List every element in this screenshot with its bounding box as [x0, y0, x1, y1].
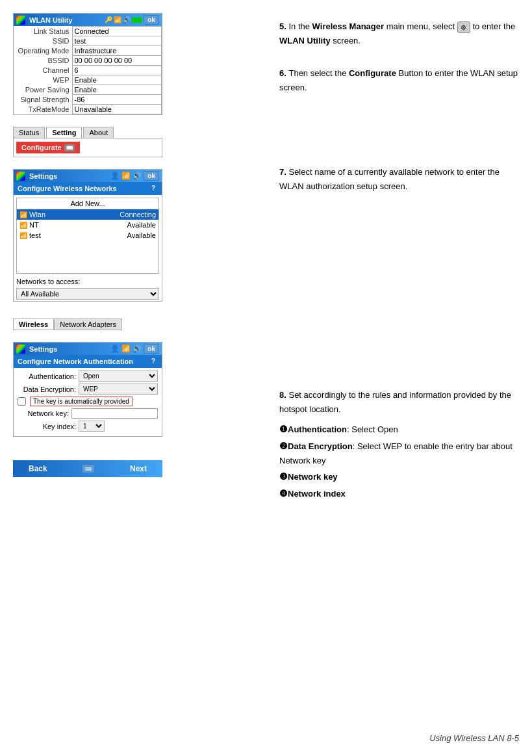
- tab-network-adapters[interactable]: Network Adapters: [54, 319, 122, 330]
- wlan-ok-button[interactable]: ok: [144, 15, 159, 25]
- wireless-tabs: Wireless Network Adapters: [13, 319, 162, 330]
- configure-auth-label: Configure Network Authentication: [18, 358, 133, 365]
- speaker-icon: 🔊: [123, 16, 131, 23]
- step-8-bullets: ❶Authentication: Select Open ❷Data Encry…: [279, 422, 526, 502]
- next-button[interactable]: Next: [125, 463, 152, 475]
- auto-key-checkbox[interactable]: [18, 397, 26, 406]
- auth-panel: Settings 👤 📶 🔊 ok Configure Network Auth…: [13, 342, 162, 437]
- windows-logo-icon-3: [16, 345, 25, 354]
- windows-logo-icon-2: [16, 172, 25, 181]
- authentication-select[interactable]: Open Shared WPA WPA-PSK: [79, 371, 158, 382]
- left-column: WLAN Utility 🔑 📶 🔊 ok Link Status Connec…: [13, 13, 266, 516]
- networks-to-access-dropdown[interactable]: All Available Access Points Only Compute…: [16, 288, 159, 300]
- settings-panel-1: Settings 👤 📶 🔊 ok Configure Wireless Net…: [13, 169, 162, 302]
- configure-wireless-header: Configure Wireless Networks ?: [14, 182, 162, 195]
- networks-to-access-label: Networks to access:: [14, 276, 162, 287]
- tab-about[interactable]: About: [83, 127, 114, 138]
- network-key-row: Network key:: [18, 408, 158, 419]
- network-row-nt[interactable]: 📶 NT Available: [17, 220, 158, 230]
- field-label: Channel: [14, 66, 72, 75]
- auto-key-label: The key is automatically provided: [30, 397, 133, 406]
- settings-speaker-icon: 🔊: [133, 172, 142, 180]
- footer-text: Using Wireless LAN 8-5: [429, 733, 519, 743]
- tab-wireless[interactable]: Wireless: [13, 319, 54, 330]
- step-5-text: 5. In the Wireless Manager main menu, se…: [279, 20, 526, 48]
- configurate-label: Configurate: [21, 144, 62, 151]
- bullet-num-3: ❸: [279, 471, 288, 482]
- tab-setting[interactable]: Setting: [46, 127, 82, 138]
- field-label: Power Saving: [14, 85, 72, 95]
- network-status-nt: Available: [127, 221, 156, 229]
- configurate-bold: Configurate: [349, 68, 396, 78]
- network-status-test: Available: [127, 231, 156, 239]
- step-6-block: 6. Then select the Configurate Button to…: [279, 66, 526, 100]
- signal-icon: 🔑: [105, 16, 112, 23]
- settings-titlebar-1: Settings 👤 📶 🔊 ok: [14, 170, 162, 182]
- table-row: Power Saving Enable: [14, 85, 162, 95]
- configurate-button[interactable]: Configurate ⌨: [16, 142, 80, 153]
- field-label: WEP: [14, 75, 72, 85]
- antenna-icon: 📶: [114, 16, 121, 23]
- step-6-number: 6.: [279, 68, 288, 78]
- add-new-label: Add New...: [70, 200, 105, 207]
- network-row-wlan[interactable]: 📶 Wlan Connecting: [17, 209, 158, 220]
- network-row-left: 📶 Wlan: [19, 211, 45, 218]
- settings-icon-1: 👤: [110, 172, 120, 180]
- network-status-wlan: Connecting: [120, 211, 156, 218]
- wlan-titlebar-left: WLAN Utility: [16, 16, 73, 25]
- bullet-num-4: ❹: [279, 488, 288, 499]
- table-row: BSSID 00 00 00 00 00 00: [14, 56, 162, 66]
- tab-status[interactable]: Status: [13, 127, 45, 138]
- back-button[interactable]: Back: [23, 463, 53, 475]
- field-value: -86: [72, 95, 162, 105]
- field-label: SSID: [14, 36, 72, 46]
- field-value: test: [72, 36, 162, 46]
- network-row-test[interactable]: 📶 test Available: [17, 230, 158, 241]
- network-list: Add New... 📶 Wlan Connecting 📶 NT Availa…: [16, 198, 159, 274]
- step-5-number: 5.: [279, 21, 288, 31]
- encryption-row: Data Encryption: WEP TKIP AES Disabled: [18, 384, 158, 395]
- settings-speaker-icon-2: 🔊: [133, 345, 142, 353]
- network-name-wlan: Wlan: [29, 211, 45, 218]
- settings-title-1: Settings: [29, 172, 57, 180]
- key-index-select[interactable]: 1 2 3 4: [79, 421, 105, 432]
- settings-ok-button-2[interactable]: ok: [144, 344, 159, 354]
- authentication-row: Authentication: Open Shared WPA WPA-PSK: [18, 371, 158, 382]
- step-6-text: 6. Then select the Configurate Button to…: [279, 66, 526, 95]
- field-label: Operating Mode: [14, 46, 72, 56]
- network-key-input[interactable]: [71, 408, 158, 419]
- settings-ok-button-1[interactable]: ok: [144, 171, 159, 181]
- field-value: Connected: [72, 27, 162, 36]
- bullet-3: ❸Network key: [279, 469, 526, 485]
- step-7-block: 7. Select name of a currently available …: [279, 165, 526, 199]
- signal-bar: [132, 18, 142, 23]
- network-name-test: test: [29, 231, 41, 239]
- field-value: Enable: [72, 85, 162, 95]
- wifi-icon-nt: 📶: [19, 222, 27, 229]
- wlan-titlebar: WLAN Utility 🔑 📶 🔊 ok: [14, 14, 162, 26]
- settings-antenna-icon-2: 📶: [121, 345, 131, 353]
- bullet-1: ❶Authentication: Select Open: [279, 422, 526, 437]
- wlan-utility-panel: WLAN Utility 🔑 📶 🔊 ok Link Status Connec…: [13, 13, 162, 115]
- field-label: Link Status: [14, 27, 72, 36]
- encryption-select[interactable]: WEP TKIP AES Disabled: [79, 384, 158, 395]
- table-row: WEP Enable: [14, 75, 162, 85]
- settings-titlebar-2: Settings 👤 📶 🔊 ok: [14, 343, 162, 355]
- wlan-info-table: Link Status Connected SSID test Operatin…: [14, 26, 162, 114]
- nav-keyboard-icon: ⌨: [82, 464, 95, 473]
- settings-icon-2: 👤: [110, 345, 120, 353]
- table-row: Channel 6: [14, 66, 162, 75]
- bullet-num-1: ❶: [279, 424, 288, 434]
- network-row-left-nt: 📶 NT: [19, 221, 39, 229]
- wifi-icon-wlan: 📶: [19, 211, 27, 218]
- key-index-row: Key index: 1 2 3 4: [18, 421, 158, 432]
- settings-antenna-icon: 📶: [121, 172, 131, 180]
- network-key-label: Network key:: [18, 410, 69, 417]
- step-8-number: 8.: [279, 390, 288, 400]
- data-enc-bold: Data Encryption: [288, 441, 353, 451]
- table-row: Signal Strength -86: [14, 95, 162, 105]
- add-new-row: Add New...: [17, 198, 158, 209]
- encryption-label: Data Encryption:: [18, 385, 76, 393]
- table-row: SSID test: [14, 36, 162, 46]
- page-footer: Using Wireless LAN 8-5: [429, 733, 519, 743]
